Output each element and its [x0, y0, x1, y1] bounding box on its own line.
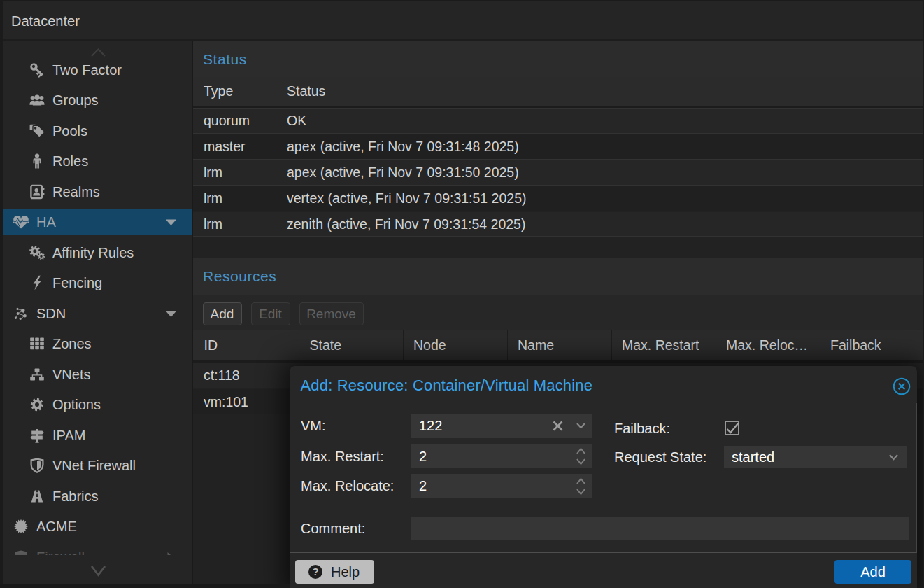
- svg-text:?: ?: [312, 566, 318, 578]
